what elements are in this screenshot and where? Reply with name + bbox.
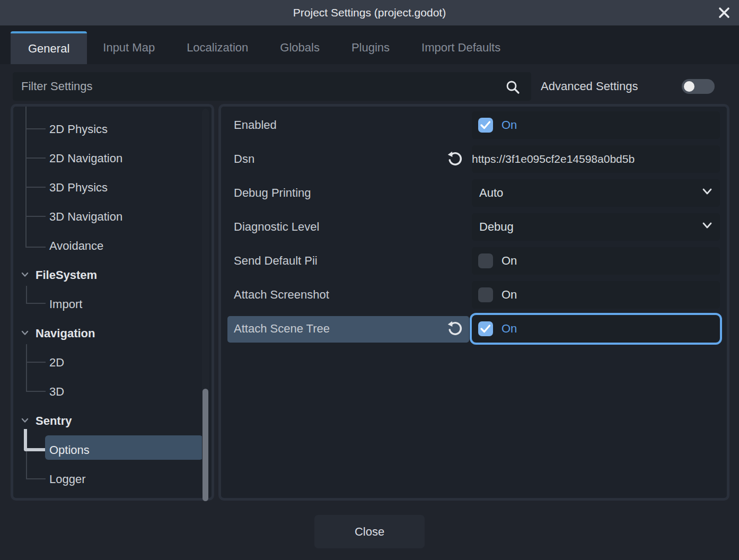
- dropdown-value: Auto: [479, 179, 503, 207]
- property-row-enabled: Enabled On: [221, 111, 727, 139]
- tree-scrollbar-thumb[interactable]: [203, 389, 208, 501]
- project-settings-dialog: Project Settings (project.godot) General…: [0, 0, 739, 560]
- send-default-pii-value-cell: On: [472, 247, 720, 275]
- property-label: Enabled: [234, 111, 277, 139]
- filter-settings-input[interactable]: [13, 72, 531, 101]
- sidebar-item-3d-navigation[interactable]: 3D Navigation: [13, 202, 203, 231]
- attach-scene-tree-value-cell: On: [472, 315, 720, 343]
- enabled-checkbox[interactable]: [478, 118, 493, 133]
- sidebar-item-2d-physics[interactable]: 2D Physics: [13, 115, 203, 144]
- sidebar-item-sentry[interactable]: Sentry: [13, 406, 203, 435]
- property-label: Send Default Pii: [234, 247, 318, 275]
- sidebar-item-3d-physics[interactable]: 3D Physics: [13, 173, 203, 202]
- chevron-down-icon: [21, 272, 29, 279]
- settings-tree-panel: 2D Physics 2D Navigation 3D Physics 3D N…: [11, 104, 214, 501]
- revert-icon[interactable]: [446, 320, 464, 338]
- property-row-send-default-pii: Send Default Pii On: [221, 247, 727, 275]
- sidebar-item-options[interactable]: Options: [13, 435, 203, 465]
- tab-general[interactable]: General: [11, 31, 87, 64]
- property-row-dsn: Dsn https://3f1e095cf2e14598a0bd5b: [221, 145, 727, 173]
- checkbox-state-label: On: [502, 111, 517, 139]
- filter-toolbar: Advanced Settings: [0, 64, 739, 104]
- close-button[interactable]: Close: [314, 515, 425, 548]
- close-icon[interactable]: [716, 4, 733, 21]
- tab-plugins[interactable]: Plugins: [336, 31, 406, 64]
- property-label: Attach Screenshot: [234, 281, 329, 309]
- advanced-settings-toggle[interactable]: [682, 79, 715, 94]
- dropdown-value: Debug: [479, 213, 514, 241]
- window-title: Project Settings (project.godot): [0, 0, 739, 25]
- debug-printing-dropdown[interactable]: Auto: [472, 179, 720, 207]
- properties-panel: Enabled On Dsn https://3f1e095cf2e14598a…: [218, 104, 729, 501]
- tab-import-defaults[interactable]: Import Defaults: [406, 31, 516, 64]
- sidebar-item-2d-navigation[interactable]: 2D Navigation: [13, 144, 203, 173]
- property-row-attach-screenshot: Attach Screenshot On: [221, 281, 727, 309]
- titlebar: Project Settings (project.godot): [0, 0, 739, 25]
- property-row-attach-scene-tree: Attach Scene Tree On: [221, 315, 727, 343]
- sidebar-item-navigation[interactable]: Navigation: [13, 319, 203, 348]
- sidebar-item-2d[interactable]: 2D: [13, 348, 203, 377]
- dsn-input[interactable]: https://3f1e095cf2e14598a0bd5b: [472, 145, 720, 173]
- revert-icon[interactable]: [446, 151, 464, 169]
- x-icon: [716, 4, 733, 21]
- sidebar-item-3d[interactable]: 3D: [13, 377, 203, 406]
- checkbox-state-label: On: [502, 315, 517, 343]
- property-label: Attach Scene Tree: [234, 315, 330, 343]
- property-row-diagnostic-level: Diagnostic Level Debug: [221, 213, 727, 241]
- chevron-down-icon: [701, 221, 714, 232]
- property-label: Dsn: [234, 145, 254, 173]
- toggle-knob: [684, 81, 694, 92]
- tab-globals[interactable]: Globals: [264, 31, 336, 64]
- sidebar-item-avoidance[interactable]: Avoidance: [13, 231, 203, 260]
- property-label: Diagnostic Level: [234, 213, 319, 241]
- advanced-settings-label: Advanced Settings: [541, 72, 638, 101]
- send-default-pii-checkbox[interactable]: [478, 253, 493, 268]
- chevron-down-icon: [21, 330, 29, 338]
- enabled-value-cell: On: [472, 111, 720, 139]
- chevron-down-icon: [701, 187, 714, 198]
- diagnostic-level-dropdown[interactable]: Debug: [472, 213, 720, 241]
- checkbox-state-label: On: [502, 281, 517, 309]
- tab-input-map[interactable]: Input Map: [87, 31, 171, 64]
- attach-screenshot-value-cell: On: [472, 281, 720, 309]
- tree-scrollbar[interactable]: [202, 109, 209, 496]
- attach-screenshot-checkbox[interactable]: [478, 287, 493, 302]
- chevron-down-icon: [21, 417, 29, 425]
- sidebar-item-filesystem[interactable]: FileSystem: [13, 260, 203, 290]
- sidebar-item-logger[interactable]: Logger: [13, 465, 203, 494]
- property-row-debug-printing: Debug Printing Auto: [221, 179, 727, 207]
- attach-scene-tree-checkbox[interactable]: [478, 321, 493, 336]
- tab-localization[interactable]: Localization: [171, 31, 264, 64]
- tab-bar: General Input Map Localization Globals P…: [0, 25, 739, 64]
- checkbox-state-label: On: [502, 247, 517, 275]
- property-label: Debug Printing: [234, 179, 311, 207]
- sidebar-item-import[interactable]: Import: [13, 290, 203, 319]
